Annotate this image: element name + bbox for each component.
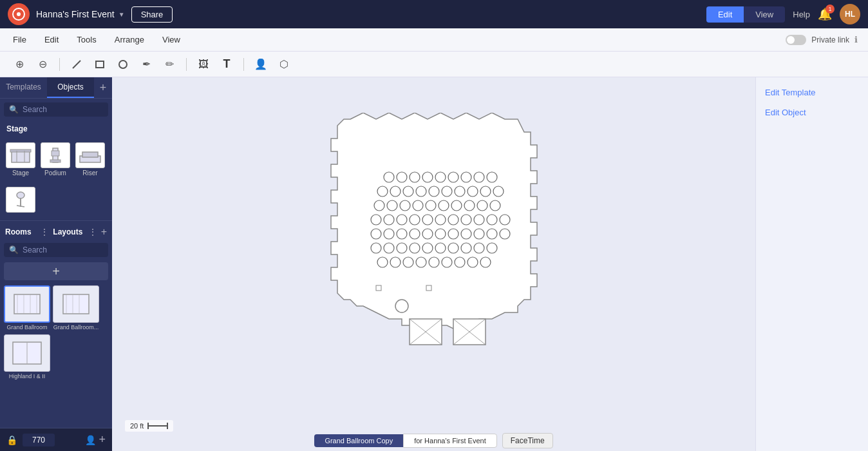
zoom-out-icon[interactable]: ⊖ [33, 55, 52, 73]
rooms-menu-icon[interactable]: ⋮ [40, 227, 49, 237]
view-mode-button[interactable]: View [744, 6, 785, 23]
room-thumb-label-2: Highland I & II [4, 372, 50, 381]
svg-marker-22 [63, 294, 89, 314]
stage-label: Stage [12, 169, 29, 177]
pen-tool-icon[interactable]: ✒ [137, 55, 155, 73]
bottom-room-info: 🔒 👤 + [0, 428, 112, 451]
help-button[interactable]: Help [793, 10, 810, 19]
zoom-in-icon[interactable]: ⊕ [10, 55, 28, 73]
main-layout: Templates Objects + 🔍 Stage [0, 77, 868, 451]
objects-search-input[interactable] [23, 105, 103, 114]
event-name-text: Hanna's First Event [36, 9, 115, 19]
objects-search-container: 🔍 [4, 102, 108, 117]
svg-rect-100 [426, 285, 431, 291]
shapes-tool-icon[interactable]: ⬡ [275, 55, 293, 73]
svg-marker-17 [14, 294, 40, 314]
edit-object-button[interactable]: Edit Object [756, 102, 868, 122]
objects-grid: Stage Podium [0, 137, 112, 182]
toolbar-divider-2 [186, 58, 187, 71]
share-button[interactable]: Share [131, 6, 173, 23]
toolbar-divider-1 [59, 58, 60, 71]
svg-rect-6 [10, 149, 31, 152]
svg-point-4 [119, 61, 127, 68]
pencil-tool-icon[interactable]: ✏ [160, 55, 178, 73]
room-thumb-img-1 [53, 285, 99, 323]
menu-edit[interactable]: Edit [42, 35, 61, 44]
room-thumb-grand-ballroom-copy[interactable]: Grand Ballroom... [53, 285, 99, 332]
menu-view[interactable]: View [160, 35, 183, 44]
status-bar: Grand Ballroom Copy for Hanna's First Ev… [112, 430, 755, 451]
canvas-area[interactable]: 20 ft Grand Ballroom Copy for Hanna's Fi… [112, 77, 755, 451]
room-thumb-img-0 [4, 285, 50, 323]
riser-icon [75, 142, 105, 168]
facetime-tooltip: FaceTime [502, 433, 553, 448]
navbar-left: Hanna's First Event ▼ Share [8, 3, 173, 25]
toolbar-divider-3 [243, 58, 244, 71]
menu-file[interactable]: File [10, 35, 29, 44]
room-thumb-grand-ballroom[interactable]: Grand Ballroom [4, 285, 50, 332]
stage-section-title: Stage [0, 120, 112, 137]
object-riser[interactable]: Riser [73, 140, 107, 179]
toolbar: ⊕ ⊖ ✒ ✏ 🖼 T 👤 ⬡ [0, 52, 868, 77]
room-thumb-label-0: Grand Ballroom [4, 323, 50, 332]
panel-add-button[interactable]: + [94, 79, 112, 97]
svg-rect-101 [376, 285, 381, 291]
people-icon: 👤 [85, 435, 96, 445]
add-people-button[interactable]: + [99, 433, 106, 446]
notifications-button[interactable]: 🔔 1 [818, 7, 832, 21]
rooms-label: Rooms [5, 227, 39, 236]
lock-icon: 🔒 [6, 435, 17, 445]
private-link-label: Private link [811, 35, 849, 44]
stage-icon [6, 142, 35, 168]
riser-label: Riser [82, 169, 97, 177]
notification-badge: 1 [826, 5, 835, 14]
menu-bar-left: File Edit Tools Arrange View [10, 35, 183, 44]
room-people-info: 👤 + [85, 433, 106, 446]
add-room-button[interactable]: + [4, 262, 108, 280]
rooms-search-container: 🔍 [4, 243, 108, 257]
svg-rect-10 [50, 160, 61, 162]
image-tool-icon[interactable]: 🖼 [194, 55, 212, 73]
tab-templates[interactable]: Templates [0, 77, 47, 98]
app-logo[interactable] [8, 3, 30, 25]
private-link-toggle[interactable] [786, 35, 806, 45]
chevron-down-icon: ▼ [118, 11, 125, 18]
svg-point-1 [17, 12, 21, 16]
text-tool-icon[interactable]: T [218, 55, 236, 73]
rooms-search-input[interactable] [23, 245, 103, 254]
avatar[interactable]: HL [840, 4, 860, 24]
people-tool-icon[interactable]: 👤 [252, 55, 270, 73]
left-panel: Templates Objects + 🔍 Stage [0, 77, 112, 451]
tab-objects[interactable]: Objects [47, 77, 94, 98]
edit-view-toggle: Edit View [706, 6, 785, 23]
svg-rect-3 [96, 61, 104, 68]
mic-grid [0, 182, 112, 218]
layouts-menu-icon[interactable]: ⋮ [88, 227, 97, 237]
panel-tabs: Templates Objects + [0, 77, 112, 99]
podium-icon [41, 142, 70, 168]
room-thumb-img-2 [4, 334, 50, 372]
event-name[interactable]: Hanna's First Event ▼ [36, 9, 125, 19]
panel-divider [0, 220, 112, 221]
line-tool-icon[interactable] [68, 55, 86, 73]
rectangle-tool-icon[interactable] [91, 55, 109, 73]
menu-arrange[interactable]: Arrange [112, 35, 147, 44]
rooms-search-icon: 🔍 [9, 245, 19, 254]
svg-marker-28 [331, 113, 537, 332]
svg-point-15 [17, 192, 24, 198]
floor-plan-svg [286, 113, 582, 416]
room-thumb-label-1: Grand Ballroom... [53, 323, 99, 332]
object-stage[interactable]: Stage [4, 140, 37, 179]
menu-tools[interactable]: Tools [74, 35, 99, 44]
add-layout-button[interactable]: + [101, 226, 107, 238]
layouts-label: Layouts [53, 227, 86, 236]
room-thumb-highland[interactable]: Highland I & II [4, 334, 50, 381]
svg-line-2 [73, 61, 80, 68]
edit-template-button[interactable]: Edit Template [756, 82, 868, 102]
room-capacity-input[interactable] [23, 434, 55, 446]
svg-rect-11 [52, 151, 59, 156]
object-mic-stand[interactable] [4, 184, 37, 215]
edit-mode-button[interactable]: Edit [706, 6, 744, 23]
object-podium[interactable]: Podium [39, 140, 72, 179]
circle-tool-icon[interactable] [114, 55, 132, 73]
